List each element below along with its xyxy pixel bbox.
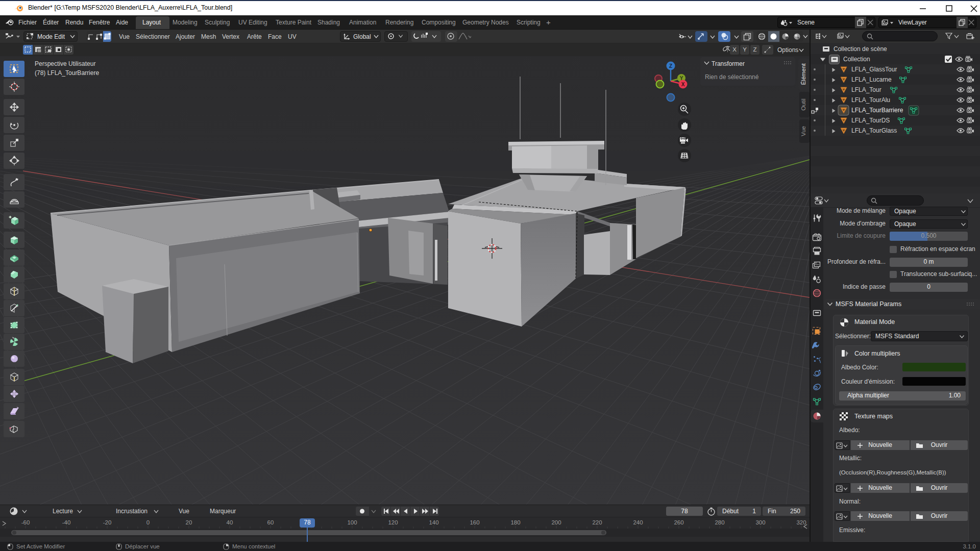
svg-text:Outil: Outil (800, 98, 806, 111)
svg-text:Rien de sélectionné: Rien de sélectionné (705, 73, 759, 81)
svg-text:(78) LFLA_TourBarriere: (78) LFLA_TourBarriere (35, 69, 99, 77)
svg-text:Z: Z (669, 63, 672, 69)
svg-text:Perspective Utilisateur: Perspective Utilisateur (35, 60, 95, 67)
svg-text:Transformer: Transformer (712, 60, 745, 67)
svg-text:Élément: Élément (800, 63, 806, 85)
svg-text:X: X (681, 82, 685, 87)
svg-text:Vue: Vue (800, 126, 806, 136)
